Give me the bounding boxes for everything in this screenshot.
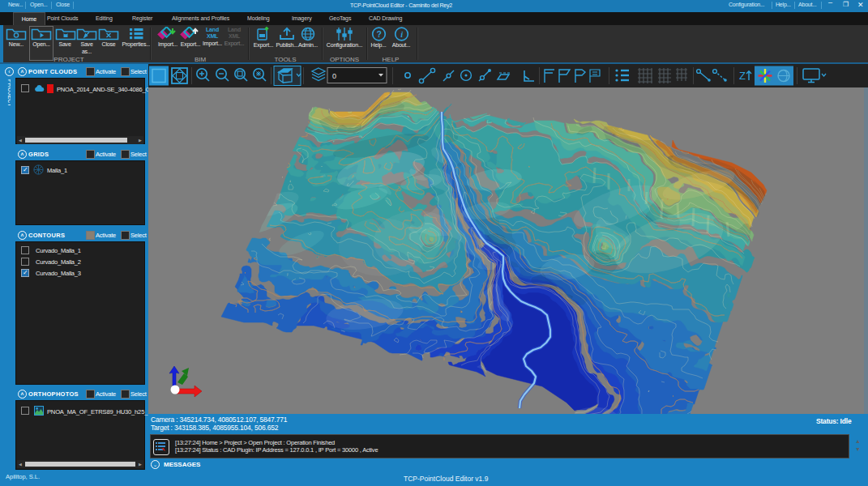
svg-text:?: ? [376, 29, 381, 39]
svg-text:i: i [400, 30, 403, 39]
svg-text:PROJECT: PROJECT [7, 79, 11, 108]
svg-text:0: 0 [332, 72, 336, 80]
svg-text:Z: Z [739, 70, 746, 82]
